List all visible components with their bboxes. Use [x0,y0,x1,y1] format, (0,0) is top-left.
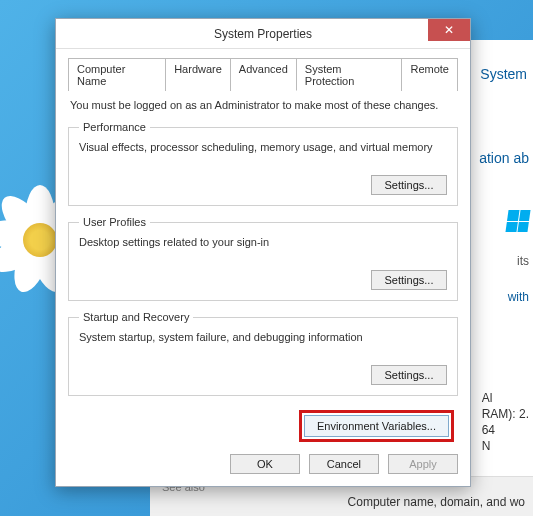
admin-notice: You must be logged on as an Administrato… [70,99,456,111]
performance-group: Performance Visual effects, processor sc… [68,121,458,206]
cancel-button[interactable]: Cancel [309,454,379,474]
close-icon: ✕ [444,23,454,37]
apply-button[interactable]: Apply [388,454,458,474]
user-profiles-group: User Profiles Desktop settings related t… [68,216,458,301]
bg-text-fragment: ation ab [479,150,529,166]
user-profiles-settings-button[interactable]: Settings... [371,270,447,290]
tab-computer-name[interactable]: Computer Name [68,58,166,91]
startup-recovery-settings-button[interactable]: Settings... [371,365,447,385]
titlebar[interactable]: System Properties ✕ [56,19,470,49]
bg-spec-fragment: Al RAM): 2. 64 N [482,390,529,454]
highlight-annotation: Environment Variables... [299,410,454,442]
startup-recovery-group: Startup and Recovery System startup, sys… [68,311,458,396]
startup-recovery-desc: System startup, system failure, and debu… [79,331,447,343]
bg-text-fragment: its [517,254,529,268]
user-profiles-legend: User Profiles [79,216,150,228]
performance-desc: Visual effects, processor scheduling, me… [79,141,447,153]
dialog-button-row: OK Cancel Apply [68,454,458,474]
tab-advanced[interactable]: Advanced [231,58,297,91]
bg-text-fragment: with [508,290,529,304]
tab-hardware[interactable]: Hardware [166,58,231,91]
tab-system-protection[interactable]: System Protection [297,58,403,91]
bg-system-heading: System [480,66,527,82]
user-profiles-desc: Desktop settings related to your sign-in [79,236,447,248]
performance-settings-button[interactable]: Settings... [371,175,447,195]
tab-strip: Computer Name Hardware Advanced System P… [68,57,458,91]
performance-legend: Performance [79,121,150,133]
close-button[interactable]: ✕ [428,19,470,41]
ok-button[interactable]: OK [230,454,300,474]
system-properties-dialog: System Properties ✕ Computer Name Hardwa… [55,18,471,487]
dialog-title: System Properties [214,27,312,41]
startup-recovery-legend: Startup and Recovery [79,311,193,323]
windows-logo-icon [505,210,530,232]
tab-remote[interactable]: Remote [402,58,458,91]
environment-variables-button[interactable]: Environment Variables... [304,415,449,437]
bg-bottom-text: Computer name, domain, and wo [348,495,525,509]
